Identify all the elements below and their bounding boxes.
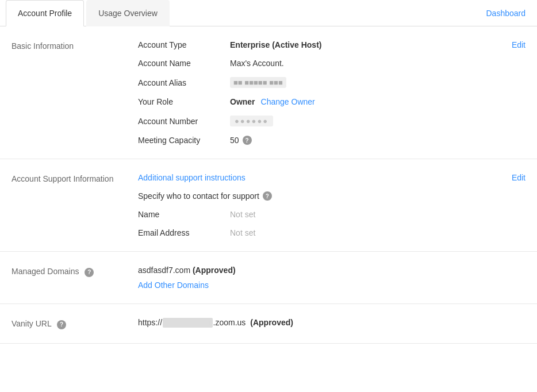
domain-name: asdfasdf7.com [138, 266, 190, 275]
your-role-label: Your Role [138, 97, 230, 106]
support-fields: Additional support instructions Specify … [138, 173, 512, 237]
capacity-info-icon[interactable]: ? [243, 136, 252, 145]
managed-domains-info-icon[interactable]: ? [85, 268, 94, 277]
vanity-url-section: Vanity URL ? https://■■■■■■■■■■.zoom.us … [0, 304, 537, 344]
support-name-label: Name [138, 210, 230, 219]
vanity-url-label: Vanity URL [11, 319, 51, 328]
your-role-row: Your Role Owner Change Owner [138, 97, 512, 106]
account-alias-value: ■■ ■■■■■ ■■■ [230, 77, 286, 88]
additional-support-link[interactable]: Additional support instructions [138, 173, 246, 182]
page-wrapper: Account Profile Usage Overview Dashboard… [0, 0, 537, 392]
dashboard-link[interactable]: Dashboard [481, 1, 532, 26]
managed-domains-label: Managed Domains [11, 267, 79, 276]
account-support-content: Additional support instructions Specify … [138, 173, 526, 237]
vanity-url-content: https://■■■■■■■■■■.zoom.us (Approved) [138, 318, 526, 327]
account-support-label: Account Support Information [11, 173, 138, 183]
account-support-section: Account Support Information Additional s… [0, 159, 537, 252]
vanity-url-label-wrapper: Vanity URL ? [11, 318, 138, 329]
account-number-value: ●●●●●● [230, 116, 273, 126]
vanity-url-info-icon[interactable]: ? [57, 320, 66, 329]
account-number-label: Account Number [138, 117, 230, 126]
account-type-label: Account Type [138, 40, 230, 49]
role-value-row: Owner Change Owner [230, 97, 315, 106]
account-type-value: Enterprise (Active Host) [230, 40, 321, 49]
capacity-value: 50 [230, 136, 239, 145]
account-name-row: Account Name Max's Account. [138, 59, 512, 68]
account-name-value: Max's Account. [230, 59, 284, 68]
specify-info-icon[interactable]: ? [263, 191, 272, 201]
specify-row: Specify who to contact for support ? [138, 191, 512, 201]
meeting-capacity-row: Meeting Capacity 50 ? [138, 136, 512, 145]
vanity-url-status: (Approved) [250, 318, 293, 327]
basic-info-edit-button[interactable]: Edit [512, 40, 526, 49]
tab-usage-overview[interactable]: Usage Overview [86, 0, 170, 26]
basic-information-label: Basic Information [11, 40, 138, 51]
vanity-url-blurred: ■■■■■■■■■■ [163, 318, 213, 328]
basic-information-section: Basic Information Account Type Enterpris… [0, 26, 537, 159]
managed-domains-section: Managed Domains ? asdfasdf7.com (Approve… [0, 252, 537, 304]
meeting-capacity-label: Meeting Capacity [138, 136, 230, 145]
basic-information-content: Account Type Enterprise (Active Host) Ac… [138, 40, 526, 145]
support-edit-button[interactable]: Edit [512, 173, 526, 182]
account-number-row: Account Number ●●●●●● [138, 116, 512, 126]
managed-domains-label-wrapper: Managed Domains ? [11, 266, 138, 277]
additional-support-row: Additional support instructions [138, 173, 512, 182]
account-name-label: Account Name [138, 59, 230, 68]
add-other-domains-link[interactable]: Add Other Domains [138, 280, 209, 290]
tab-account-profile[interactable]: Account Profile [6, 0, 84, 26]
vanity-url-suffix: .zoom.us [213, 318, 246, 327]
account-alias-row: Account Alias ■■ ■■■■■ ■■■ [138, 77, 512, 88]
support-email-row: Email Address Not set [138, 228, 512, 237]
support-email-value: Not set [230, 228, 255, 237]
managed-domains-content: asdfasdf7.com (Approved) Add Other Domai… [138, 266, 526, 290]
support-name-row: Name Not set [138, 210, 512, 219]
tabs-bar: Account Profile Usage Overview Dashboard [0, 0, 537, 26]
content-area: Basic Information Account Type Enterpris… [0, 26, 537, 344]
domain-entry: asdfasdf7.com (Approved) [138, 266, 526, 275]
support-name-value: Not set [230, 210, 255, 219]
vanity-url-prefix: https:// [138, 318, 162, 327]
change-owner-link[interactable]: Change Owner [261, 97, 315, 106]
basic-info-fields: Account Type Enterprise (Active Host) Ac… [138, 40, 512, 145]
support-email-label: Email Address [138, 228, 230, 237]
account-type-row: Account Type Enterprise (Active Host) [138, 40, 512, 49]
domain-approved-badge: (Approved) [193, 266, 236, 275]
account-alias-label: Account Alias [138, 78, 230, 87]
role-value: Owner [230, 97, 255, 106]
capacity-value-row: 50 ? [230, 136, 252, 145]
specify-label: Specify who to contact for support [138, 191, 259, 201]
